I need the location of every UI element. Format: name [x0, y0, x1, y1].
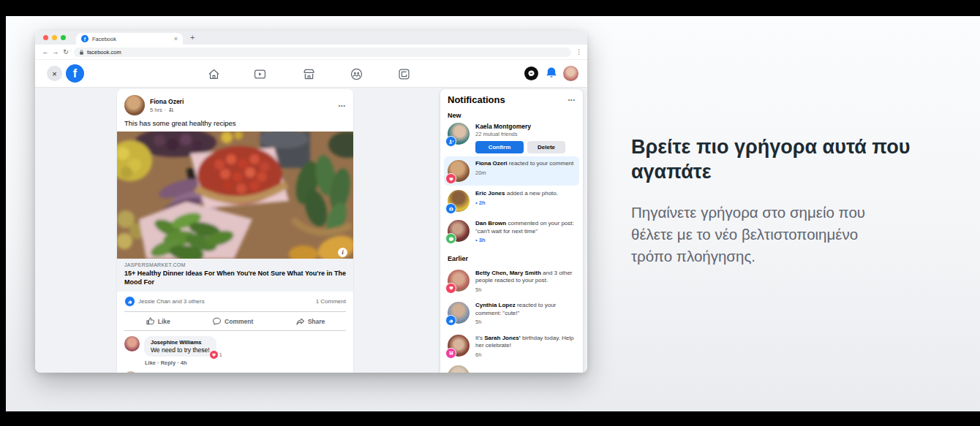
promo-text-block: Βρείτε πιο γρήγορα αυτά που αγαπάτε Πηγα…	[631, 134, 918, 267]
facebook-favicon-icon: f	[81, 35, 88, 42]
comment-meta-links[interactable]: Like · Reply · 4h	[145, 360, 353, 366]
notification-avatar	[448, 270, 470, 292]
link-domain: JASPERSMARKET.COM	[124, 262, 346, 267]
facebook-logo[interactable]: f	[66, 64, 84, 83]
post-social-row: Jessie Chan and 3 others 1 Comment	[124, 292, 346, 312]
comment-badge-icon	[445, 233, 456, 244]
nav-marketplace-tab[interactable]	[294, 66, 323, 82]
comment-button[interactable]: Comment	[206, 314, 259, 328]
friend-request-subtitle: 22 mutual friends	[475, 131, 565, 137]
notification-item[interactable]: Fiona Ozeri reacted to your comment20m	[444, 156, 579, 186]
profile-avatar[interactable]	[563, 66, 578, 81]
notification-avatar	[448, 335, 470, 357]
feed-background: Fiona Ozeri 5 hrs· ••• This has some	[35, 88, 587, 373]
notification-item[interactable]: It's Sarah Jones' birthday today. Help h…	[444, 331, 579, 363]
notification-time: • 2h	[475, 199, 576, 208]
browser-window: f Facebook × + ← → ↻ facebook.com	[35, 31, 587, 373]
notification-text: Dan Brown commented on your post: "can't…	[475, 220, 576, 245]
promo-body: Πηγαίνετε γρήγορα στο σημείο που θέλετε …	[631, 202, 886, 267]
comment-input-row	[117, 366, 353, 373]
like-badge-icon	[445, 315, 456, 326]
home-icon	[207, 67, 221, 81]
notifications-panel: Notifications ••• New Kaela Montgomery 2…	[440, 89, 583, 373]
promo-background-panel: f Facebook × + ← → ↻ facebook.com	[6, 16, 980, 411]
notification-avatar	[448, 160, 470, 182]
friend-request-item[interactable]: Kaela Montgomery 22 mutual friends Confi…	[448, 123, 576, 153]
new-tab-button[interactable]: +	[190, 33, 195, 42]
marketplace-icon	[302, 67, 316, 81]
comment-input[interactable]	[142, 373, 346, 373]
gaming-icon	[397, 67, 411, 81]
post-action-bar: Like Comment Share	[124, 312, 346, 331]
back-icon[interactable]: ←	[40, 48, 50, 56]
notification-avatar	[448, 190, 470, 212]
delete-button[interactable]: Delete	[527, 141, 565, 153]
photo-badge-icon	[445, 203, 456, 214]
browser-menu-icon[interactable]: ⋮	[576, 48, 582, 56]
comment-author-name[interactable]: Josephine Williams	[151, 339, 210, 346]
notification-text: It's Sarah Jones' birthday today. Help h…	[475, 335, 576, 360]
groups-icon	[350, 67, 363, 81]
browser-tab-facebook[interactable]: f Facebook ×	[76, 33, 183, 45]
notifications-more-icon[interactable]: •••	[568, 97, 576, 102]
notification-text: Eric Jones added a new photo.• 2h	[475, 190, 576, 212]
like-button[interactable]: Like	[140, 314, 176, 328]
love-reaction-badge-icon	[209, 350, 219, 360]
comment-author-avatar[interactable]	[124, 336, 140, 351]
promo-heading: Βρείτε πιο γρήγορα αυτά που αγαπάτε	[631, 134, 918, 184]
notification-item[interactable]: Dan Brown commented on your post: "can't…	[444, 216, 579, 248]
notification-item[interactable]: Cynthia Lopez reacted to your comment: "…	[444, 298, 579, 330]
notifications-button[interactable]	[544, 66, 559, 80]
share-button[interactable]: Share	[290, 314, 331, 328]
reaction-summary[interactable]: Jessie Chan and 3 others	[138, 298, 205, 305]
love-badge-icon	[445, 283, 456, 294]
reload-icon[interactable]: ↻	[61, 48, 71, 56]
comment-bubble[interactable]: Josephine Williams We need to try these!…	[144, 336, 216, 357]
friends-privacy-icon	[168, 107, 174, 113]
notification-time: 20m	[475, 170, 576, 178]
nav-groups-tab[interactable]	[342, 66, 371, 82]
tab-title: Facebook	[92, 36, 116, 42]
forward-icon[interactable]: →	[50, 48, 61, 56]
notification-item[interactable]: Betty Chen, Mary Smith and 3 other peopl…	[444, 266, 579, 298]
section-label-earlier: Earlier	[448, 255, 576, 262]
window-zoom-icon[interactable]	[61, 35, 66, 40]
notification-text: Betty Chen, Mary Smith and 3 other peopl…	[475, 270, 576, 294]
notification-avatar	[448, 220, 470, 242]
nav-home-tab[interactable]	[199, 66, 228, 82]
address-field[interactable]: facebook.com	[74, 47, 571, 57]
comment-reaction[interactable]: 1	[209, 350, 222, 360]
notifications-title: Notifications	[448, 94, 505, 105]
comment-icon	[212, 316, 222, 326]
like-reaction-badge-icon	[124, 296, 135, 307]
post-timestamp: 5 hrs·	[150, 107, 184, 113]
post-author-avatar[interactable]	[124, 95, 145, 115]
close-overlay-button[interactable]: ×	[47, 66, 62, 81]
notification-time: 5h	[475, 286, 576, 294]
nav-watch-tab[interactable]	[245, 66, 274, 82]
window-close-icon[interactable]	[43, 35, 48, 40]
tab-close-icon[interactable]: ×	[174, 36, 178, 42]
notif-list-new: Fiona Ozeri reacted to your comment20mEr…	[448, 156, 576, 248]
browser-url-bar: ← → ↻ facebook.com ⋮	[35, 45, 587, 60]
notification-text: Cynthia Lopez reacted to your comment: "…	[475, 302, 576, 327]
like-icon	[146, 316, 155, 326]
gift-badge-icon	[445, 348, 456, 359]
post-more-icon[interactable]: •••	[339, 103, 346, 108]
window-minimize-icon[interactable]	[52, 35, 57, 40]
post-link-image[interactable]: i	[117, 132, 353, 259]
friend-request-badge-icon	[445, 136, 456, 147]
notification-item[interactable]: Eric Jones added a new photo.• 2h	[444, 186, 579, 216]
nav-gaming-tab[interactable]	[389, 66, 418, 82]
post-card: Fiona Ozeri 5 hrs· ••• This has some	[117, 89, 353, 373]
post-author-name[interactable]: Fiona Ozeri	[150, 98, 184, 105]
comment-reaction-count: 1	[219, 352, 222, 357]
messenger-button[interactable]	[524, 66, 538, 80]
link-preview[interactable]: JASPERSMARKET.COM 15+ Healthy Dinner Ide…	[117, 259, 353, 292]
notification-partial-avatar	[448, 365, 470, 373]
comment-count[interactable]: 1 Comment	[316, 298, 346, 305]
friend-request-avatar	[448, 123, 470, 145]
confirm-button[interactable]: Confirm	[475, 141, 524, 153]
screenshot-stage: f Facebook × + ← → ↻ facebook.com	[0, 0, 980, 426]
link-info-icon[interactable]: i	[338, 248, 347, 257]
